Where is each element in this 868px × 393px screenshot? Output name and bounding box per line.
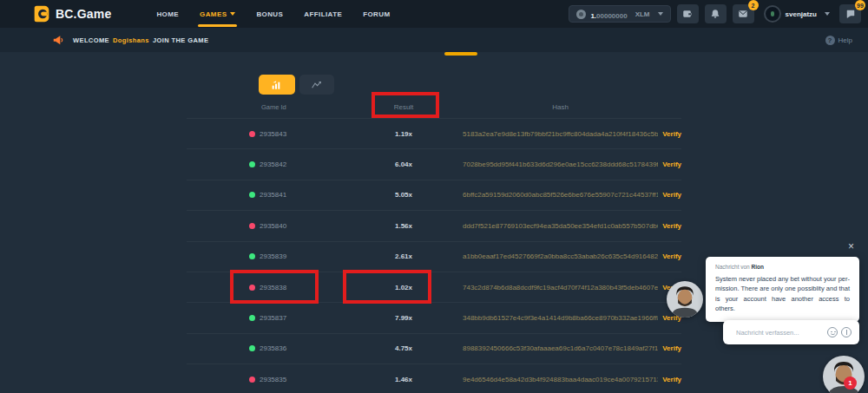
- emoji-icon[interactable]: [827, 327, 838, 337]
- help-label: Help: [838, 36, 852, 44]
- result-value: 5.05x: [347, 191, 460, 199]
- menu-item-affiliate[interactable]: AFFILIATE: [304, 0, 342, 28]
- chat-unread-badge: 1: [844, 377, 857, 390]
- chat-message-text: System never placed any bet without your…: [715, 274, 850, 313]
- table-row: 2935835 1.46x 9e4d6546d4e58a42d3b4f92488…: [187, 364, 681, 393]
- brand-name: BC.Game: [56, 7, 111, 21]
- status-dot: [249, 285, 255, 291]
- column-header-game-id: Game Id: [187, 103, 347, 111]
- chat-input[interactable]: Nachricht verfassen...: [723, 320, 859, 344]
- table-row: 2935841 5.05x 6bffc2a59159d2060d0abc85f5…: [187, 180, 681, 210]
- column-header-hash: Hash: [460, 103, 658, 111]
- top-navbar: BC.Game HOME GAMES BONUS AFFILIATE FORUM…: [0, 0, 868, 28]
- chat-widget-avatar[interactable]: [823, 356, 865, 393]
- result-value: 1.19x: [347, 130, 460, 138]
- join-text: JOIN THE GAME: [153, 36, 208, 44]
- messages-button[interactable]: 2: [733, 4, 754, 23]
- chevron-down-icon: [825, 12, 830, 16]
- game-id: 2935842: [260, 160, 286, 168]
- verify-link[interactable]: Verify: [658, 222, 681, 230]
- help-button[interactable]: ? Help: [825, 36, 852, 45]
- table-row: 2935839 2.61x a1bb0eaaf17ed4527669f2a0bb…: [187, 241, 681, 272]
- status-dot: [249, 161, 255, 167]
- trend-chart-icon: [311, 80, 323, 90]
- status-dot: [249, 223, 255, 229]
- status-dot: [249, 253, 255, 259]
- status-dot: [249, 131, 255, 137]
- main-menu: HOME GAMES BONUS AFFILIATE FORUM: [156, 0, 390, 28]
- table-row: 2935842 6.04x 7028be95dd95f441b633d6d296…: [187, 148, 681, 179]
- verify-link[interactable]: Verify: [658, 130, 681, 138]
- game-id: 2935839: [260, 252, 286, 260]
- attachment-icon[interactable]: [841, 327, 852, 337]
- verify-link[interactable]: Verify: [658, 191, 681, 199]
- verify-link[interactable]: Verify: [658, 344, 681, 352]
- chat-toggle-button[interactable]: 99: [839, 4, 861, 23]
- table-row: 2935836 4.75x 8988392450666c53f30afaaaea…: [187, 333, 681, 364]
- chat-from-name: Rion: [752, 264, 764, 270]
- menu-item-forum[interactable]: FORUM: [363, 0, 390, 28]
- game-id: 2935835: [260, 376, 286, 383]
- notifications-button[interactable]: [705, 4, 727, 23]
- menu-item-bonus[interactable]: BONUS: [256, 0, 283, 28]
- welcome-text: WELCOME: [73, 36, 109, 44]
- coin-icon: [576, 10, 586, 19]
- result-value: 7.99x: [347, 314, 460, 322]
- hash-value: ddd7f521e87769103ecf94ea35da50ee354efd1c…: [460, 222, 658, 230]
- verify-link[interactable]: Verify: [658, 252, 681, 260]
- game-id: 2935841: [260, 191, 286, 199]
- bell-icon: [710, 9, 720, 19]
- wallet-button[interactable]: [677, 4, 699, 23]
- hash-value: 7028be95dd95f441b633d6d296e0ae15cc6238dd…: [460, 160, 658, 168]
- username: svenjatzu: [786, 10, 817, 18]
- table-view-button[interactable]: [259, 75, 295, 95]
- menu-item-games[interactable]: GAMES: [200, 0, 235, 28]
- chat-message-sender: Nachricht von Rion: [715, 264, 850, 270]
- mail-icon: [738, 9, 748, 19]
- chat-badge: 99: [855, 0, 865, 10]
- bc-game-logo-icon: [33, 5, 50, 23]
- bc-game-page: BC.Game HOME GAMES BONUS AFFILIATE FORUM…: [0, 0, 868, 393]
- result-value: 1.46x: [347, 376, 460, 383]
- result-value: 6.04x: [347, 160, 460, 168]
- status-dot: [249, 345, 255, 351]
- table-row: 2935840 1.56x ddd7f521e87769103ecf94ea35…: [187, 210, 681, 240]
- megaphone-icon: [52, 34, 64, 46]
- currency-label: XLM: [635, 10, 650, 18]
- user-avatar-icon: [764, 5, 781, 23]
- hash-value: 743c2d874b6d8a8dcdf9fc19acf4d70f74f12a38…: [460, 284, 658, 291]
- chevron-down-icon: [230, 12, 235, 16]
- verify-link[interactable]: Verify: [658, 376, 681, 383]
- menu-item-home[interactable]: HOME: [156, 0, 179, 28]
- game-id: 2935838: [260, 284, 286, 291]
- hash-value: a1bb0eaaf17ed4527669f2a0bba8cc53abab26c6…: [460, 252, 658, 260]
- history-view-toggle: [259, 75, 334, 95]
- active-tab-underline: [444, 52, 477, 56]
- status-dot: [249, 315, 255, 321]
- column-header-result: Result: [347, 103, 460, 111]
- navbar-right: 1.00000000 XLM: [569, 4, 861, 23]
- chat-input-placeholder: Nachricht verfassen...: [736, 329, 824, 337]
- status-dot: [249, 192, 255, 198]
- menu-item-games-label: GAMES: [200, 10, 227, 18]
- welcome-username[interactable]: Dogishans: [113, 36, 149, 44]
- result-value: 1.02x: [347, 284, 460, 291]
- table-row: 2935837 7.99x 348bb9db61527e4c9f3e4a1414…: [187, 302, 681, 332]
- result-value: 2.61x: [347, 252, 460, 260]
- game-id: 2935837: [260, 314, 286, 322]
- hash-value: 9e4d6546d4e58a42d3b4f924883baa4daac019ce…: [460, 376, 658, 383]
- chat-sender-avatar[interactable]: [667, 281, 703, 318]
- table-header: Game Id Result Hash: [187, 95, 681, 118]
- profile-menu[interactable]: svenjatzu: [764, 5, 830, 23]
- game-id: 2935843: [260, 130, 286, 138]
- game-id: 2935840: [260, 222, 286, 230]
- trend-view-button[interactable]: [299, 75, 334, 95]
- brand-logo[interactable]: BC.Game: [33, 5, 111, 23]
- verify-link[interactable]: Verify: [658, 160, 681, 168]
- balance-fraction: 00000000: [596, 12, 628, 20]
- chat-message-card: Nachricht von Rion System never placed a…: [706, 257, 859, 322]
- wallet-icon: [682, 9, 693, 19]
- balance-selector[interactable]: 1.00000000 XLM: [569, 5, 670, 23]
- close-icon[interactable]: ×: [848, 241, 854, 252]
- result-value: 1.56x: [347, 222, 460, 230]
